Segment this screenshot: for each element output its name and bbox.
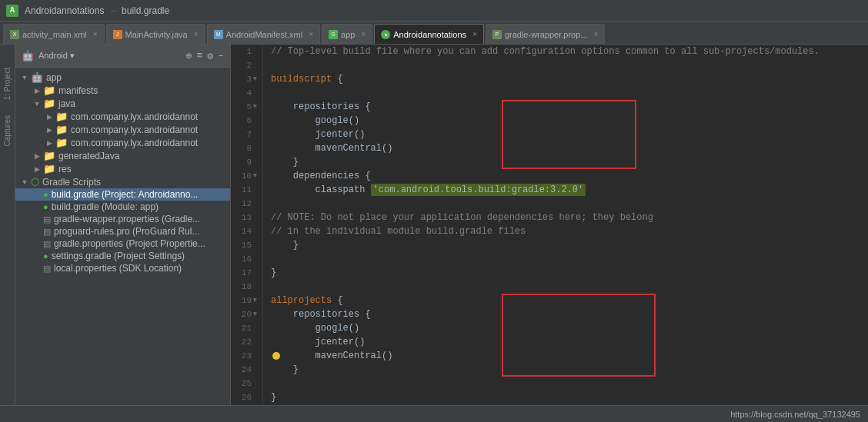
title-bar: A Androidannotations – build.gradle — [0, 0, 868, 22]
code-line-19: allprojects { — [271, 294, 868, 307]
anno-icon: ● — [381, 30, 390, 39]
tab-androidannotations[interactable]: ● Androidannotations × — [374, 24, 484, 44]
prop-file-icon: ▤ — [43, 264, 51, 274]
android-logo-icon: 🤖 — [22, 50, 34, 62]
tree-item-gradle-properties[interactable]: ▤ gradle.properties (Project Propertie..… — [15, 238, 230, 250]
code-line-22: jcenter() — [271, 335, 868, 349]
tree-item-label: com.company.lyx.androidannot — [71, 138, 198, 148]
line-num-5: 5▼ — [231, 100, 256, 114]
title-app-name: Androidannotations — [25, 5, 104, 16]
collapse-icon[interactable]: ≡ — [197, 50, 203, 62]
expand-arrow: ▶ — [31, 87, 43, 95]
code-line-11: classpath 'com.android.tools.build:gradl… — [271, 183, 868, 197]
line-num-27: 27 — [231, 404, 256, 405]
close-icon[interactable]: × — [361, 30, 366, 38]
line-num-25: 25 — [231, 377, 256, 390]
line-num-2: 2 — [231, 58, 256, 72]
tab-mainactivity-java[interactable]: J MainActivity.java × — [106, 24, 205, 44]
line-num-12: 12 — [231, 197, 256, 211]
tree-item-gradle-scripts[interactable]: ▼ ⬡ Gradle Scripts — [15, 175, 230, 188]
line-num-24: 24 — [231, 363, 256, 377]
tree-item-java[interactable]: ▼ 📁 java — [15, 97, 230, 110]
tree-item-build-gradle-project[interactable]: ● build.gradle (Project: Androidanno... — [15, 188, 230, 201]
hide-icon[interactable]: – — [218, 50, 224, 62]
line-num-11: 11 — [231, 183, 256, 197]
line-num-8: 8 — [231, 141, 256, 155]
code-line-24: } — [271, 363, 868, 377]
project-label[interactable]: 1: Project — [3, 68, 12, 100]
android-folder-icon: 🤖 — [31, 71, 43, 83]
expand-arrow: ▶ — [43, 113, 55, 121]
java-icon: J — [113, 30, 122, 39]
tree-item-label: manifests — [58, 85, 98, 96]
code-line-4 — [271, 86, 868, 100]
manifest-icon: M — [214, 30, 223, 39]
line-num-13: 13 — [231, 211, 256, 224]
line-num-23: 23 — [231, 349, 256, 363]
code-line-2 — [271, 58, 868, 72]
tree-item-local-properties[interactable]: ▤ local.properties (SDK Location) — [15, 262, 230, 274]
tab-app[interactable]: G app × — [322, 24, 372, 44]
tree-item-label: com.company.lyx.androidannot — [71, 111, 198, 122]
tree-item-app[interactable]: ▼ 🤖 app — [15, 71, 230, 84]
line-num-15: 15 — [231, 238, 256, 252]
editor-area[interactable]: 1 2 3▼ 4 5▼ 6 7 8 9 10▼ 11 12 13 14 15 1… — [231, 45, 868, 405]
expand-arrow: ▶ — [43, 126, 55, 134]
expand-arrow: ▼ — [31, 100, 43, 108]
tree-item-gradle-wrapper-props[interactable]: ▤ gradle-wrapper.properties (Gradle... — [15, 213, 230, 225]
code-container[interactable]: 1 2 3▼ 4 5▼ 6 7 8 9 10▼ 11 12 13 14 15 1… — [231, 45, 868, 405]
tree-item-manifests[interactable]: ▶ 📁 manifests — [15, 84, 230, 97]
close-icon[interactable]: × — [472, 30, 477, 38]
gradle-file-icon: ● — [43, 251, 48, 261]
close-icon[interactable]: × — [309, 30, 313, 38]
gradle-icon: G — [329, 30, 338, 39]
tree-item-build-gradle-app[interactable]: ● build.gradle (Module: app) — [15, 201, 230, 213]
tree-item-generated-java[interactable]: ▶ 📁 generatedJava — [15, 149, 230, 162]
tree-item-label: Gradle Scripts — [42, 177, 101, 188]
expand-arrow: ▼ — [18, 74, 31, 81]
line-num-21: 21 — [231, 321, 256, 335]
sync-icon[interactable]: ⊕ — [186, 50, 192, 62]
code-line-20: repositories { — [271, 307, 868, 321]
close-icon[interactable]: × — [594, 30, 599, 38]
tree-item-pkg3[interactable]: ▶ 📁 com.company.lyx.androidannot — [15, 136, 230, 149]
project-tree: ▼ 🤖 app ▶ 📁 manifests ▼ 📁 java ▶ — [15, 68, 230, 405]
tab-gradle-wrapper-prop[interactable]: P gradle-wrapper.prop... × — [486, 24, 605, 44]
project-toolbar: ⊕ ≡ ⚙ – — [186, 50, 224, 62]
tab-androidmanifest-xml[interactable]: M AndroidManifest.xml × — [207, 24, 321, 44]
tree-item-settings-gradle[interactable]: ● settings.gradle (Project Settings) — [15, 250, 230, 262]
gradle-file-icon: ● — [43, 190, 48, 199]
tree-item-label: java — [58, 98, 75, 109]
line-num-20: 20▼ — [231, 307, 256, 321]
code-line-18 — [271, 280, 868, 294]
tree-item-pkg2[interactable]: ▶ 📁 com.company.lyx.androidannot — [15, 123, 230, 136]
project-dropdown[interactable]: Android ▾ — [38, 51, 75, 61]
line-num-3: 3▼ — [231, 72, 256, 86]
no-arrow — [31, 252, 43, 260]
line-num-10: 10▼ — [231, 169, 256, 183]
tab-label: AndroidManifest.xml — [226, 30, 303, 39]
tree-item-proguard-rules[interactable]: ▤ proguard-rules.pro (ProGuard Rul... — [15, 225, 230, 238]
tree-item-res[interactable]: ▶ 📁 res — [15, 162, 230, 175]
no-arrow — [31, 203, 43, 211]
captures-label[interactable]: Captures — [3, 115, 12, 147]
no-arrow — [31, 264, 43, 272]
folder-icon: 📁 — [43, 98, 55, 109]
app-icon: A — [6, 5, 18, 17]
prop-file-icon: ▤ — [43, 239, 51, 249]
line-numbers: 1 2 3▼ 4 5▼ 6 7 8 9 10▼ 11 12 13 14 15 1… — [231, 45, 263, 405]
tab-activity-main-xml[interactable]: X activity_main.xml × — [3, 24, 105, 44]
line-num-7: 7 — [231, 128, 256, 141]
expand-arrow: ▶ — [31, 165, 43, 173]
settings-icon[interactable]: ⚙ — [207, 50, 213, 62]
line-num-17: 17 — [231, 266, 256, 280]
project-panel: 🤖 Android ▾ ⊕ ≡ ⚙ – ▼ 🤖 app ▶ 📁 ma — [15, 45, 231, 405]
tree-item-label: generatedJava — [58, 151, 119, 161]
code-lines[interactable]: // Top-level build file where you can ad… — [263, 45, 868, 405]
tree-item-pkg1[interactable]: ▶ 📁 com.company.lyx.androidannot — [15, 110, 230, 123]
close-icon[interactable]: × — [194, 30, 199, 38]
gradle-file-icon: ● — [43, 202, 48, 211]
close-icon[interactable]: × — [93, 30, 98, 38]
tree-item-label: res — [58, 164, 72, 174]
code-line-9: } — [271, 155, 868, 169]
